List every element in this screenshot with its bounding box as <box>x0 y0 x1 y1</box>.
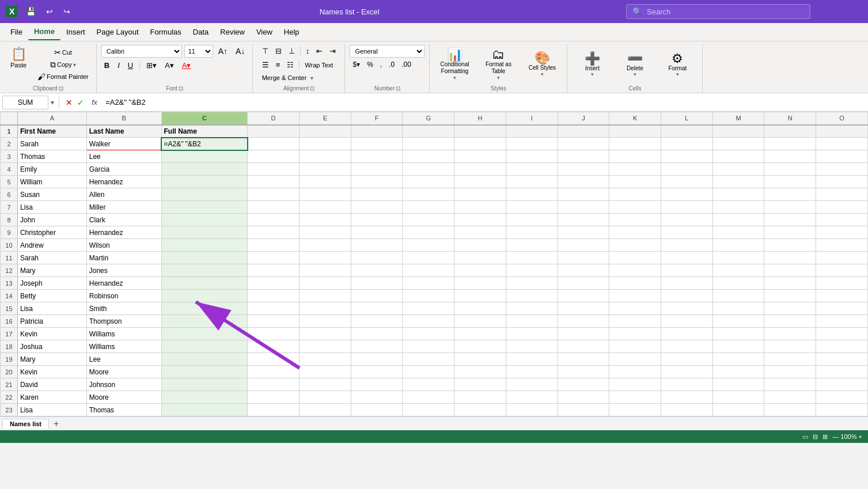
currency-button[interactable]: $▾ <box>350 59 363 70</box>
cell-i15[interactable] <box>506 302 558 315</box>
cell-f7[interactable] <box>351 201 403 214</box>
cell-j8[interactable] <box>558 214 609 226</box>
cell-o9[interactable] <box>816 226 868 239</box>
cell-k21[interactable] <box>609 378 661 391</box>
bold-button[interactable]: B <box>101 59 112 71</box>
cell-e14[interactable] <box>299 290 351 302</box>
formula-input[interactable] <box>103 98 866 107</box>
cell-m15[interactable] <box>712 302 764 315</box>
col-header-e[interactable]: E <box>299 112 351 125</box>
cell-c15[interactable] <box>161 302 248 315</box>
cell-n9[interactable] <box>764 226 816 239</box>
cell-d12[interactable] <box>248 264 300 277</box>
cell-m13[interactable] <box>712 277 764 290</box>
cell-k4[interactable] <box>609 163 661 176</box>
cell-j12[interactable] <box>558 264 609 277</box>
col-header-j[interactable]: J <box>558 112 609 125</box>
cell-m1[interactable] <box>712 125 764 138</box>
cell-h14[interactable] <box>454 290 506 302</box>
cell-n14[interactable] <box>764 290 816 302</box>
cell-c4[interactable] <box>161 163 248 176</box>
cell-h9[interactable] <box>454 226 506 239</box>
cell-m6[interactable] <box>712 188 764 201</box>
cell-e1[interactable] <box>299 125 351 138</box>
clipboard-expand[interactable]: ⊡ <box>59 85 63 92</box>
menu-insert[interactable]: Insert <box>60 24 91 40</box>
cell-k10[interactable] <box>609 239 661 252</box>
cell-n23[interactable] <box>764 404 816 416</box>
cell-e17[interactable] <box>299 328 351 340</box>
cell-a6[interactable]: Susan <box>17 188 86 201</box>
undo-button[interactable]: ↩ <box>44 6 55 17</box>
cell-j20[interactable] <box>558 366 609 378</box>
cell-a2[interactable]: Sarah <box>17 138 86 150</box>
cell-h5[interactable] <box>454 176 506 188</box>
cell-a15[interactable]: Lisa <box>17 302 86 315</box>
cell-f13[interactable] <box>351 277 403 290</box>
menu-review[interactable]: Review <box>214 24 251 40</box>
cell-j2[interactable] <box>558 138 609 150</box>
cell-k1[interactable] <box>609 125 661 138</box>
cell-e21[interactable] <box>299 378 351 391</box>
page-layout-view-button[interactable]: ⊟ <box>813 433 818 441</box>
indent-increase-button[interactable]: ⇥ <box>327 45 339 57</box>
cell-e10[interactable] <box>299 239 351 252</box>
cell-d3[interactable] <box>248 150 300 163</box>
cell-f3[interactable] <box>351 150 403 163</box>
menu-file[interactable]: File <box>5 24 28 40</box>
cell-g14[interactable] <box>403 290 454 302</box>
cell-o23[interactable] <box>816 404 868 416</box>
cell-m17[interactable] <box>712 328 764 340</box>
cell-n2[interactable] <box>764 138 816 150</box>
menu-page-layout[interactable]: Page Layout <box>91 24 145 40</box>
cell-o4[interactable] <box>816 163 868 176</box>
cell-f19[interactable] <box>351 353 403 366</box>
cell-m18[interactable] <box>712 340 764 353</box>
cell-f18[interactable] <box>351 340 403 353</box>
cell-d10[interactable] <box>248 239 300 252</box>
cell-k17[interactable] <box>609 328 661 340</box>
cell-d2[interactable] <box>248 138 300 150</box>
cell-d18[interactable] <box>248 340 300 353</box>
cell-g4[interactable] <box>403 163 454 176</box>
decrease-decimal-button[interactable]: .0 <box>386 59 397 70</box>
cell-l23[interactable] <box>661 404 712 416</box>
cell-b21[interactable]: Johnson <box>86 378 161 391</box>
cell-h15[interactable] <box>454 302 506 315</box>
cell-k2[interactable] <box>609 138 661 150</box>
sheet-table-wrapper[interactable]: A B C D E F G H I J K L M N O <box>0 112 868 416</box>
cell-n1[interactable] <box>764 125 816 138</box>
cell-c21[interactable] <box>161 378 248 391</box>
cell-d8[interactable] <box>248 214 300 226</box>
cell-h22[interactable] <box>454 391 506 404</box>
col-header-k[interactable]: K <box>609 112 661 125</box>
cell-b14[interactable]: Robinson <box>86 290 161 302</box>
menu-help[interactable]: Help <box>278 24 305 40</box>
cell-c18[interactable] <box>161 340 248 353</box>
cell-c12[interactable] <box>161 264 248 277</box>
cell-g6[interactable] <box>403 188 454 201</box>
cell-h7[interactable] <box>454 201 506 214</box>
percent-button[interactable]: % <box>364 59 376 70</box>
cell-n5[interactable] <box>764 176 816 188</box>
cell-g2[interactable] <box>403 138 454 150</box>
formula-confirm-button[interactable]: ✓ <box>75 97 86 108</box>
cell-f15[interactable] <box>351 302 403 315</box>
cell-b9[interactable]: Hernandez <box>86 226 161 239</box>
cell-j10[interactable] <box>558 239 609 252</box>
cell-g5[interactable] <box>403 176 454 188</box>
increase-font-button[interactable]: A↑ <box>215 45 230 58</box>
cell-l17[interactable] <box>661 328 712 340</box>
cell-e5[interactable] <box>299 176 351 188</box>
menu-data[interactable]: Data <box>187 24 214 40</box>
col-header-f[interactable]: F <box>351 112 403 125</box>
cell-o12[interactable] <box>816 264 868 277</box>
cell-a7[interactable]: Lisa <box>17 201 86 214</box>
cell-d14[interactable] <box>248 290 300 302</box>
cell-b22[interactable]: Moore <box>86 391 161 404</box>
cell-a11[interactable]: Sarah <box>17 252 86 264</box>
cell-l19[interactable] <box>661 353 712 366</box>
cell-m12[interactable] <box>712 264 764 277</box>
cell-h2[interactable] <box>454 138 506 150</box>
italic-button[interactable]: I <box>115 59 123 71</box>
